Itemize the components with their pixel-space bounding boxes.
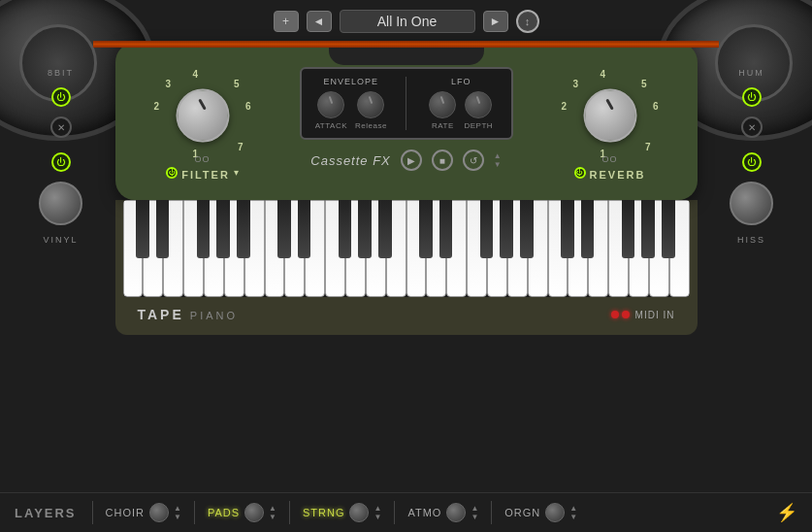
attack-knob[interactable] (317, 91, 344, 118)
cassette-arrows[interactable]: ▲ ▼ (494, 152, 502, 169)
release-knob[interactable] (357, 91, 384, 118)
layer-atmo: ATMO ▲ ▼ (403, 501, 483, 524)
cassette-stop-btn[interactable]: ■ (432, 150, 453, 171)
reverb-scale-5: 5 (641, 79, 647, 89)
black-key-1-4[interactable] (339, 200, 352, 258)
black-key-1-6[interactable] (378, 200, 392, 258)
black-key-3-5[interactable] (641, 200, 655, 258)
layer-pads-name: PADS (208, 507, 240, 518)
filter-scale-4: 4 (193, 69, 199, 80)
choir-arrows[interactable]: ▲ ▼ (174, 505, 181, 521)
tape-piano-title: TAPE PIANO (138, 307, 239, 322)
reverb-power-btn[interactable]: ⏻ (574, 167, 586, 179)
reverb-knob[interactable] (583, 89, 636, 143)
depth-knob-group: DEPTH (464, 91, 493, 130)
depth-label: DEPTH (464, 121, 493, 130)
black-key-3-4[interactable] (622, 200, 635, 258)
lightning-btn[interactable]: ⚡ (776, 502, 797, 523)
keyboard-panel: TAPE PIANO MIDI IN (115, 200, 698, 335)
app-frame: 8BIT ⏻ ✕ ⏻ VINYL HUM ⏻ ✕ ⏻ HISS + ◄ All … (0, 0, 812, 532)
black-key-0-4[interactable] (197, 200, 211, 258)
orgn-arrows[interactable]: ▲ ▼ (569, 505, 577, 521)
reverb-dial-area: 2 3 4 5 6 7 1 OO (562, 67, 659, 164)
hiss-knob[interactable] (730, 182, 773, 225)
layer-atmo-name: ATMO (407, 507, 441, 518)
layers-label: LAYERS (15, 506, 77, 520)
pads-arrows[interactable]: ▲ ▼ (269, 505, 276, 521)
choir-knob[interactable] (149, 503, 169, 522)
layers-bar: LAYERS CHOIR ▲ ▼ PADS ▲ ▼ STRNG (0, 492, 812, 532)
black-key-2-4[interactable] (480, 200, 494, 258)
power-btn-left-top[interactable]: ⏻ (51, 87, 71, 107)
cassette-play-btn[interactable]: ▶ (401, 150, 422, 171)
add-preset-btn[interactable]: + (274, 11, 299, 32)
black-key-1-1[interactable] (277, 200, 291, 258)
layer-pads: PADS ▲ ▼ (203, 501, 281, 524)
black-key-2-6[interactable] (520, 200, 534, 258)
black-key-0-1[interactable] (136, 200, 149, 258)
black-key-3-1[interactable] (561, 200, 574, 258)
x-btn-right[interactable]: ✕ (741, 116, 763, 138)
x-btn-left[interactable]: ✕ (50, 116, 72, 138)
depth-knob[interactable] (465, 91, 492, 118)
black-key-2-2[interactable] (439, 200, 453, 258)
rate-knob[interactable] (429, 91, 456, 118)
black-key-0-5[interactable] (216, 200, 230, 258)
layer-strng-name: STRNG (303, 507, 345, 518)
reverb-scale-3: 3 (573, 79, 579, 89)
black-key-0-2[interactable] (156, 200, 170, 258)
layer-divider-2 (289, 501, 290, 524)
display-screen: ENVELOPE ATTACK Release (300, 67, 513, 140)
prev-preset-btn[interactable]: ◄ (307, 11, 332, 32)
filter-dropdown-arrow[interactable]: ▾ (234, 167, 239, 178)
black-key-2-1[interactable] (419, 200, 433, 258)
panel-top-row: 2 3 4 5 6 7 1 OO ⏻ FILTER (135, 67, 678, 181)
filter-knob[interactable] (176, 89, 229, 143)
black-key-1-5[interactable] (358, 200, 372, 258)
filter-oo: OO (194, 154, 210, 164)
black-key-1-2[interactable] (298, 200, 311, 258)
reverb-scale-2: 2 (562, 101, 568, 112)
strng-knob[interactable] (349, 503, 369, 522)
attack-label: ATTACK (315, 121, 347, 130)
layer-strng: STRNG ▲ ▼ (298, 501, 386, 524)
pads-knob[interactable] (244, 503, 264, 522)
filter-scale-6: 6 (245, 101, 251, 112)
tape-strip (93, 41, 719, 48)
reverb-oo: OO (601, 154, 617, 164)
filter-label: FILTER (181, 169, 230, 181)
black-key-2-5[interactable] (500, 200, 513, 258)
black-key-3-6[interactable] (662, 200, 675, 258)
lfo-knobs: RATE DEPTH (429, 91, 493, 130)
orgn-knob[interactable] (545, 503, 565, 522)
power-btn-right-top[interactable]: ⏻ (742, 87, 762, 107)
vinyl-knob[interactable] (39, 182, 82, 225)
cassette-loop-btn[interactable]: ↺ (463, 150, 484, 171)
black-key-3-2[interactable] (581, 200, 595, 258)
bit-label: 8BIT (48, 68, 74, 78)
envelope-knobs: ATTACK Release (315, 91, 387, 130)
filter-section: 2 3 4 5 6 7 1 OO ⏻ FILTER (135, 67, 271, 181)
filter-scale-7: 7 (238, 142, 244, 152)
preset-circle-btn[interactable]: ↕ (516, 10, 539, 33)
black-key-0-6[interactable] (237, 200, 250, 258)
next-preset-btn[interactable]: ► (483, 11, 508, 32)
power-btn-left-bottom[interactable]: ⏻ (51, 152, 71, 172)
strng-arrows[interactable]: ▲ ▼ (374, 505, 381, 521)
release-label: Release (355, 121, 387, 130)
atmo-knob[interactable] (446, 503, 466, 522)
side-controls-left: 8BIT ⏻ ✕ ⏻ VINYL (39, 68, 82, 245)
power-btn-right-bottom[interactable]: ⏻ (742, 152, 762, 172)
reverb-scale-4: 4 (601, 69, 606, 80)
filter-power-btn[interactable]: ⏻ (166, 167, 178, 179)
layer-divider-1 (194, 501, 195, 524)
vinyl-label: VINYL (43, 235, 78, 245)
lfo-section: LFO RATE DEPTH (421, 77, 502, 130)
hiss-label: HISS (737, 235, 765, 245)
layer-divider-3 (394, 501, 395, 524)
lfo-label: LFO (451, 77, 471, 86)
filter-scale-3: 3 (166, 79, 172, 89)
reverb-scale-6: 6 (653, 101, 659, 112)
atmo-arrows[interactable]: ▲ ▼ (471, 505, 478, 521)
hum-label: HUM (738, 68, 764, 78)
